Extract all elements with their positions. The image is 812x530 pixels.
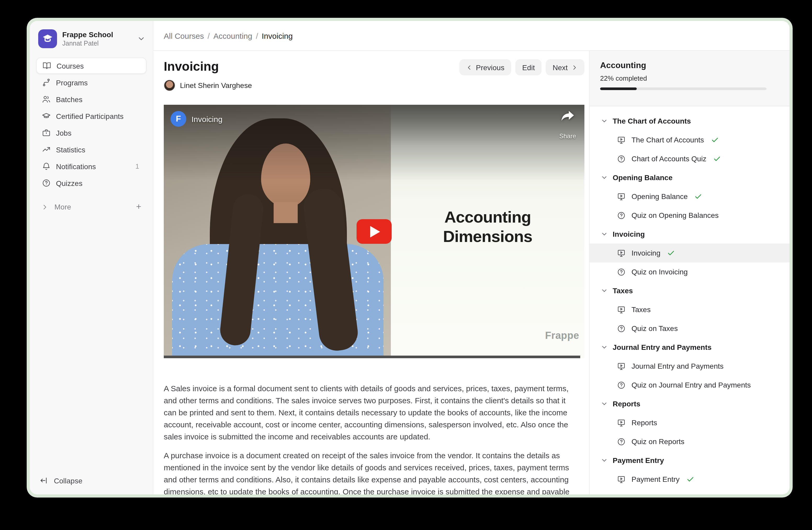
next-label: Next bbox=[552, 63, 568, 71]
course-progress-track bbox=[600, 87, 767, 90]
chapter-opening-balance[interactable]: Opening Balance bbox=[590, 168, 789, 187]
outline-lesson-label: Payment Entry bbox=[632, 475, 680, 484]
edit-label: Edit bbox=[522, 63, 535, 71]
sidebar-item-label: Notifications bbox=[56, 162, 130, 170]
outline-quiz[interactable]: Quiz on Opening Balances bbox=[590, 206, 789, 225]
quiz-question-icon bbox=[617, 380, 626, 389]
content-area: All Courses / Accounting / Invoicing Inv… bbox=[153, 21, 789, 494]
breadcrumb-all-courses[interactable]: All Courses bbox=[164, 31, 204, 40]
video-channel-chip[interactable]: F Invoicing bbox=[171, 111, 222, 127]
share-arrow-icon bbox=[561, 111, 575, 122]
check-icon bbox=[667, 249, 675, 257]
user-name: Jannat Patel bbox=[62, 40, 132, 47]
outline-lesson-label: Journal Entry and Payments bbox=[632, 362, 724, 370]
outline-lesson-label: Invoicing bbox=[632, 249, 661, 257]
outline-quiz[interactable]: Quiz on Journal Entry and Payments bbox=[590, 376, 789, 394]
video-player[interactable]: Accounting Dimensions Frappe F Invoicing bbox=[164, 105, 584, 358]
quiz-question-icon bbox=[617, 437, 626, 446]
chapter-title: Reports bbox=[613, 400, 640, 408]
chapter-title: Taxes bbox=[613, 287, 633, 295]
outline-quiz-label: Quiz on Opening Balances bbox=[632, 211, 719, 220]
outline-lesson-label: Reports bbox=[632, 418, 657, 427]
chevron-down-icon bbox=[137, 34, 145, 43]
plus-icon[interactable]: + bbox=[136, 201, 141, 212]
graduation-cap-icon bbox=[41, 112, 51, 121]
share-button[interactable]: Share bbox=[559, 111, 576, 140]
next-button[interactable]: Next bbox=[546, 59, 584, 75]
outline-quiz-label: Quiz on Taxes bbox=[632, 324, 678, 333]
breadcrumb-separator: / bbox=[256, 31, 258, 40]
breadcrumb-accounting[interactable]: Accounting bbox=[214, 31, 252, 40]
outline-quiz[interactable]: Quiz on Reports bbox=[590, 432, 789, 451]
chapter-taxes[interactable]: Taxes bbox=[590, 281, 789, 300]
chevron-down-icon bbox=[601, 231, 607, 237]
sidebar-item-batches[interactable]: Batches bbox=[36, 91, 146, 107]
help-circle-icon bbox=[41, 179, 51, 187]
quiz-question-icon bbox=[617, 267, 626, 276]
outline-quiz-label: Quiz on Journal Entry and Payments bbox=[632, 381, 751, 389]
video-progress-bar[interactable] bbox=[164, 355, 580, 358]
edit-button[interactable]: Edit bbox=[516, 59, 541, 75]
author-row: Linet Sherin Varghese bbox=[164, 79, 589, 92]
outline-lesson[interactable]: Taxes bbox=[590, 300, 789, 319]
quiz-question-icon bbox=[617, 211, 626, 220]
sidebar-item-courses[interactable]: Courses bbox=[36, 58, 146, 74]
sidebar-item-label: Batches bbox=[56, 95, 141, 103]
video-overlay-title: Invoicing bbox=[191, 114, 222, 123]
outline-quiz[interactable]: Chart of Accounts Quiz bbox=[590, 149, 789, 168]
sidebar-item-notifications[interactable]: Notifications 1 bbox=[36, 158, 146, 175]
outline-quiz[interactable]: Quiz on Invoicing bbox=[590, 262, 789, 281]
sidebar-item-programs[interactable]: Programs bbox=[36, 74, 146, 90]
outline-lesson[interactable]: Opening Balance bbox=[590, 187, 789, 206]
outline-lesson[interactable]: Journal Entry and Payments bbox=[590, 357, 789, 376]
sidebar: Frappe School Jannat Patel Courses Progr… bbox=[30, 21, 153, 494]
sidebar-item-label: Programs bbox=[56, 78, 141, 87]
chapter-the-chart-of-accounts[interactable]: The Chart of Accounts bbox=[590, 112, 789, 130]
sidebar-more[interactable]: More + bbox=[36, 199, 146, 215]
check-icon bbox=[695, 193, 702, 200]
course-progress-header: Accounting 22% completed bbox=[590, 51, 789, 106]
outline-lesson[interactable]: Reports bbox=[590, 413, 789, 432]
briefcase-icon bbox=[41, 128, 51, 137]
sidebar-item-quizzes[interactable]: Quizzes bbox=[36, 175, 146, 191]
lesson-video-icon bbox=[617, 135, 626, 144]
outline-lesson[interactable]: The Chart of Accounts bbox=[590, 130, 789, 149]
sidebar-more-label: More bbox=[54, 203, 130, 211]
previous-button[interactable]: Previous bbox=[459, 59, 511, 75]
chapter-journal-entry-and-payments[interactable]: Journal Entry and Payments bbox=[590, 338, 789, 357]
outline-lesson-current[interactable]: Invoicing bbox=[590, 243, 789, 262]
outline-quiz-label: Quiz on Reports bbox=[632, 437, 684, 446]
collapse-icon bbox=[39, 476, 48, 485]
collapse-sidebar-button[interactable]: Collapse bbox=[39, 476, 83, 485]
chapter-invoicing[interactable]: Invoicing bbox=[590, 225, 789, 243]
check-icon bbox=[713, 155, 721, 163]
play-triangle-icon bbox=[370, 226, 380, 237]
chapter-reports[interactable]: Reports bbox=[590, 394, 789, 413]
sidebar-item-statistics[interactable]: Statistics bbox=[36, 141, 146, 158]
lesson-video-icon bbox=[617, 362, 626, 371]
course-title: Accounting bbox=[600, 61, 779, 70]
chevron-down-icon bbox=[601, 118, 607, 124]
sidebar-item-certified-participants[interactable]: Certified Participants bbox=[36, 108, 146, 124]
sidebar-item-jobs[interactable]: Jobs bbox=[36, 125, 146, 141]
chapter-title: Opening Balance bbox=[613, 173, 672, 182]
top-bar: All Courses / Accounting / Invoicing bbox=[153, 21, 789, 51]
quiz-question-icon bbox=[617, 324, 626, 333]
chapter-title: Journal Entry and Payments bbox=[613, 343, 712, 351]
sidebar-item-label: Jobs bbox=[56, 128, 141, 137]
lesson-video-icon bbox=[617, 418, 626, 427]
sidebar-item-label: Statistics bbox=[56, 145, 141, 154]
course-progress-fill bbox=[600, 87, 637, 90]
users-icon bbox=[41, 95, 51, 104]
chapter-payment-entry[interactable]: Payment Entry bbox=[590, 451, 789, 470]
channel-avatar: F bbox=[171, 111, 186, 127]
outline-quiz[interactable]: Quiz on Taxes bbox=[590, 319, 789, 338]
outline-lesson-label: The Chart of Accounts bbox=[632, 136, 704, 144]
chapter-title: Payment Entry bbox=[613, 456, 664, 464]
play-button[interactable] bbox=[357, 219, 392, 244]
outline-lesson[interactable]: Payment Entry bbox=[590, 470, 789, 489]
check-icon bbox=[711, 136, 719, 144]
school-switcher[interactable]: Frappe School Jannat Patel bbox=[30, 29, 153, 48]
course-outline-panel: Accounting 22% completed The Chart of Ac… bbox=[589, 51, 789, 494]
chapter-title: Invoicing bbox=[613, 230, 645, 238]
